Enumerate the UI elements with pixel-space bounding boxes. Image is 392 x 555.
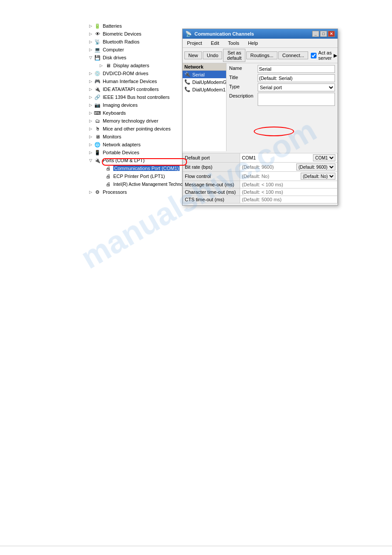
dialupmodem-icon: 📞	[184, 87, 191, 92]
tree-item-monitors[interactable]: ▷ 🖥 Monitors	[88, 133, 184, 141]
tree-item-lpt1[interactable]: ▷ 🖨 ECP Printer Port (LPT1)	[98, 172, 184, 180]
expand-ports[interactable]: ▽	[88, 158, 93, 163]
prop-textarea-description[interactable]	[258, 93, 335, 106]
settings-label-defaultport: Default port	[183, 153, 240, 163]
expand-batteries[interactable]: ▷	[88, 23, 93, 29]
tree-item-ide[interactable]: ▷ 🔌 IDE ATA/ATAPI controllers	[88, 85, 184, 93]
minimize-button[interactable]: _	[312, 31, 319, 37]
expand-imaging[interactable]: ▷	[88, 102, 93, 108]
tree-item-network[interactable]: ▷ 🌐 Network adapters	[88, 141, 184, 149]
ports-label: Ports (COM & LPT)	[103, 158, 144, 163]
set-default-button[interactable]: Set as default	[223, 49, 245, 62]
expand-bluetooth[interactable]: ▷	[88, 39, 93, 44]
tree-item-display[interactable]: ▷ 🖥 Display adapters	[98, 62, 184, 69]
tree-item-portable[interactable]: ▷ 📱 Portable Devices	[88, 149, 184, 156]
tree-item-com3[interactable]: ▷ 🖨 Intel(R) Active Management Technolog…	[98, 180, 184, 188]
mice-icon: 🖱	[94, 125, 101, 132]
tree-item-computer[interactable]: ▷ 💻 Computer	[88, 46, 184, 54]
dialupgroup-icon: 📞	[184, 79, 191, 85]
expand-processors[interactable]: ▷	[88, 189, 93, 195]
ieee-label: IEEE 1394 Bus host controllers	[103, 94, 169, 100]
prop-select-type[interactable]: Serial port	[258, 83, 335, 91]
tree-item-bluetooth[interactable]: ▷ 📡 Bluetooth Radios	[88, 38, 184, 46]
expand-monitors[interactable]: ▷	[88, 134, 93, 139]
expand-lpt1: ▷	[98, 174, 104, 179]
expand-memory[interactable]: ▷	[88, 118, 93, 123]
act-as-server-checkbox[interactable]	[311, 53, 316, 58]
expand-mice[interactable]: ▷	[88, 126, 93, 131]
tree-item-imaging[interactable]: ▷ 📷 Imaging devices	[88, 101, 184, 109]
keyboards-label: Keyboards	[103, 110, 126, 116]
expand-display[interactable]: ▷	[98, 63, 104, 68]
undo-button[interactable]: Undo	[203, 51, 222, 59]
tree-item-hid[interactable]: ▷ 🎮 Human Interface Devices	[88, 77, 184, 85]
hid-icon: 🎮	[94, 78, 101, 85]
expand-hid[interactable]: ▷	[88, 79, 93, 84]
menu-help[interactable]: Help	[245, 40, 261, 47]
prop-label-name: Name	[229, 65, 258, 71]
expand-computer[interactable]: ▷	[88, 47, 93, 52]
expand-keyboards[interactable]: ▷	[88, 110, 93, 116]
tree-item-ieee[interactable]: ▷ 🔗 IEEE 1394 Bus host controllers	[88, 93, 184, 101]
tree-item-keyboards[interactable]: ▷ ⌨ Keyboards	[88, 109, 184, 117]
expand-dvd[interactable]: ▷	[88, 71, 93, 76]
prop-input-title[interactable]	[258, 74, 335, 82]
settings-label-chartimeout: Character time-out (ms)	[183, 189, 240, 196]
display-label: Display adapters	[113, 63, 149, 68]
com1-label: Communications Port (COM1)	[113, 166, 180, 171]
menu-project[interactable]: Project	[184, 40, 205, 47]
computer-label: Computer	[103, 47, 124, 52]
tree-item-dvd[interactable]: ▷ 💿 DVD/CD-ROM drives	[88, 69, 184, 77]
tree-item-biometric[interactable]: ▷ 👁 Biometric Devices	[88, 30, 184, 38]
menu-tools[interactable]: Tools	[225, 40, 242, 47]
routings-button[interactable]: Routings...	[246, 51, 277, 59]
prop-label-title: Title	[229, 74, 258, 80]
processors-label: Processors	[103, 189, 127, 195]
tree-item-ports[interactable]: ▽ 🔌 Ports (COM & LPT)	[88, 156, 184, 164]
settings-row-messagetimeout: Message time-out (ms) (Default: < 100 ms…	[183, 181, 338, 189]
com1-icon: 🖨	[104, 165, 111, 172]
expand-ide[interactable]: ▷	[88, 87, 93, 92]
network-item-serial[interactable]: 🔌 Serial	[183, 71, 226, 78]
flowcontrol-value: (Default: No)	[242, 174, 301, 179]
prop-label-type: Type	[229, 83, 258, 89]
imaging-label: Imaging devices	[103, 102, 138, 108]
serial-label: Serial	[192, 72, 205, 77]
tree-item-batteries[interactable]: ▷ 🔋 Batteries	[88, 22, 184, 30]
tree-item-com1[interactable]: ▷ 🖨 Communications Port (COM1)	[98, 164, 184, 172]
memory-icon: 🗂	[94, 117, 101, 124]
expand-biometric[interactable]: ▷	[88, 31, 93, 36]
portable-icon: 📱	[94, 149, 101, 156]
mice-label: Mice and other pointing devices	[103, 126, 171, 131]
expand-diskdrives[interactable]: ▽	[88, 55, 93, 60]
tree-item-diskdrives[interactable]: ▽ 💾 Disk drives	[88, 54, 184, 62]
batteries-label: Batteries	[103, 23, 122, 29]
connect-button[interactable]: Connect...	[278, 51, 308, 59]
network-item-dialupgroup[interactable]: 📞 DialUpModemGroup	[183, 78, 226, 86]
expand-portable[interactable]: ▷	[88, 150, 93, 155]
act-as-server-arrow[interactable]: ▶	[334, 53, 337, 58]
prop-input-name[interactable]	[258, 65, 335, 73]
network-item-dialupmodem[interactable]: 📞 DialUpModem1	[183, 86, 226, 93]
network-label: Network adapters	[103, 142, 140, 147]
expand-network[interactable]: ▷	[88, 142, 93, 147]
prop-row-type: Type Serial port	[229, 83, 335, 91]
tree-item-memory[interactable]: ▷ 🗂 Memory technology driver	[88, 117, 184, 125]
tree-item-processors[interactable]: ▷ ⚙ Processors	[88, 188, 184, 196]
close-button[interactable]: ✕	[328, 31, 335, 37]
new-button[interactable]: New	[184, 51, 202, 59]
imaging-icon: 📷	[94, 102, 101, 109]
network-icon: 🌐	[94, 141, 101, 148]
bluetooth-label: Bluetooth Radios	[103, 39, 140, 44]
maximize-button[interactable]: □	[320, 31, 327, 37]
expand-ieee[interactable]: ▷	[88, 94, 93, 100]
menu-edit[interactable]: Edit	[208, 40, 222, 47]
tree-item-mice[interactable]: ▷ 🖱 Mice and other pointing devices	[88, 125, 184, 133]
expand-com3: ▷	[98, 181, 104, 187]
bitrate-select[interactable]: (Default: 9600)	[296, 163, 335, 170]
prop-row-description: Description	[229, 93, 335, 106]
settings-label-flowcontrol: Flow control	[183, 172, 240, 181]
diskdrives-icon: 💾	[94, 54, 101, 61]
flowcontrol-select[interactable]: (Default: No)	[301, 173, 335, 180]
defaultport-select[interactable]: COM1	[313, 154, 335, 161]
